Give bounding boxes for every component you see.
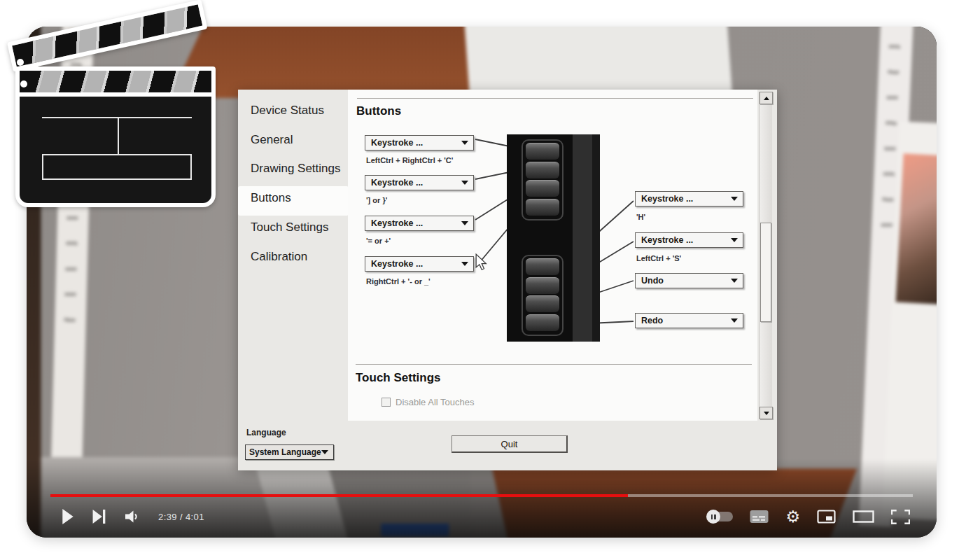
volume-button[interactable] <box>125 510 140 524</box>
hotkey-label-5: 'H' <box>636 213 645 221</box>
fullscreen-icon <box>891 510 910 524</box>
dropdown-value: Keystroke ... <box>636 235 731 245</box>
dropdown-value: Keystroke ... <box>365 138 461 148</box>
hotkey-label-1: LeftCtrl + RightCtrl + 'C' <box>366 156 453 164</box>
gear-icon: ⚙ <box>785 509 800 525</box>
language-label: Language <box>246 428 286 438</box>
tablet-button-3[interactable] <box>526 180 559 197</box>
redo-dropdown[interactable]: Redo <box>635 313 743 328</box>
buttons-section-title: Buttons <box>356 104 401 118</box>
tablet-button-4[interactable] <box>526 199 559 216</box>
quit-button[interactable]: Quit <box>451 435 568 453</box>
sidebar-item-general[interactable]: General <box>251 133 293 147</box>
pause-icon <box>706 510 720 524</box>
triangle-up-icon <box>764 97 769 100</box>
dropdown-value: System Language <box>246 447 321 457</box>
chevron-down-icon <box>731 318 738 323</box>
subtitles-icon <box>750 510 769 524</box>
tablet-button-7[interactable] <box>526 295 559 312</box>
tablet-button-2[interactable] <box>526 162 559 178</box>
sidebar-item-drawing-settings[interactable]: Drawing Settings <box>251 162 341 176</box>
dropdown-value: Redo <box>636 316 731 326</box>
settings-sidebar: Device Status General Drawing Settings B… <box>238 90 349 421</box>
miniplayer-icon <box>817 510 836 524</box>
touch-section-title: Touch Settings <box>356 371 441 385</box>
keystroke-dropdown-6[interactable]: Keystroke ... <box>635 232 743 248</box>
tablet-illustration <box>507 134 600 342</box>
chevron-down-icon <box>731 197 738 201</box>
miniplayer-button[interactable] <box>817 510 836 524</box>
dropdown-value: Keystroke ... <box>365 259 461 269</box>
autoplay-pill <box>708 512 733 522</box>
tablet-button-5[interactable] <box>526 258 559 275</box>
sidebar-item-calibration[interactable]: Calibration <box>251 250 307 264</box>
time-display: 2:39 / 4:01 <box>158 512 204 522</box>
dropdown-value: Keystroke ... <box>365 178 461 188</box>
next-icon <box>92 510 106 524</box>
dropdown-value: Keystroke ... <box>365 218 461 228</box>
keystroke-dropdown-1[interactable]: Keystroke ... <box>365 135 474 150</box>
chevron-down-icon <box>461 262 468 266</box>
hotkey-label-4: RightCtrl + '- or _' <box>366 277 430 286</box>
tablet-button-group-top <box>522 139 564 220</box>
subtitles-button[interactable] <box>750 510 769 524</box>
chevron-down-icon <box>461 221 468 225</box>
progress-played <box>50 494 628 497</box>
keystroke-dropdown-3[interactable]: Keystroke ... <box>365 216 474 231</box>
undo-dropdown[interactable]: Undo <box>635 273 743 288</box>
chevron-down-icon <box>461 181 468 185</box>
dropdown-value: Undo <box>636 276 731 286</box>
keystroke-dropdown-2[interactable]: Keystroke ... <box>365 175 474 190</box>
next-button[interactable] <box>92 510 106 524</box>
keystroke-dropdown-4[interactable]: Keystroke ... <box>365 256 474 272</box>
scrollbar-thumb[interactable] <box>760 223 771 322</box>
language-dropdown[interactable]: System Language <box>245 444 334 460</box>
player-controls: 2:39 / 4:01 ⚙ <box>50 504 913 529</box>
sidebar-item-touch-settings[interactable]: Touch Settings <box>251 220 329 234</box>
chevron-down-icon <box>731 279 738 283</box>
divider <box>357 98 753 99</box>
background-color-picker <box>896 153 937 304</box>
video-player[interactable]: Device Status General Drawing Settings B… <box>27 27 937 538</box>
dialog-scrollbar[interactable] <box>759 92 772 419</box>
scroll-up-button[interactable] <box>760 92 773 104</box>
chevron-down-icon <box>461 141 468 145</box>
hotkey-label-2: '] or }' <box>366 196 387 204</box>
settings-content: Buttons <box>348 90 757 421</box>
theater-mode-button[interactable] <box>853 510 874 523</box>
disable-all-touches-label: Disable All Touches <box>396 397 475 407</box>
tablet-settings-dialog: Device Status General Drawing Settings B… <box>238 90 777 470</box>
volume-icon <box>125 510 140 524</box>
hotkey-label-3: '= or +' <box>366 237 391 245</box>
settings-button[interactable]: ⚙ <box>785 509 800 525</box>
chevron-down-icon <box>321 450 328 454</box>
fullscreen-button[interactable] <box>891 510 910 524</box>
tablet-button-6[interactable] <box>526 277 559 294</box>
video-progress-bar[interactable] <box>50 494 913 497</box>
tablet-button-1[interactable] <box>526 143 559 160</box>
play-icon <box>62 509 74 524</box>
sidebar-item-device-status[interactable]: Device Status <box>251 104 324 118</box>
theater-icon <box>853 510 874 523</box>
autoplay-toggle[interactable] <box>708 512 733 522</box>
page: Device Status General Drawing Settings B… <box>0 0 980 560</box>
chevron-down-icon <box>731 238 738 242</box>
dropdown-value: Keystroke ... <box>636 194 731 204</box>
triangle-down-icon <box>764 412 769 415</box>
disable-all-touches-checkbox[interactable] <box>382 398 391 407</box>
tablet-button-8[interactable] <box>526 314 559 331</box>
sidebar-item-buttons[interactable]: Buttons <box>251 191 291 205</box>
scroll-down-button[interactable] <box>760 407 773 419</box>
hotkey-label-6: LeftCtrl + 'S' <box>636 254 681 262</box>
tablet-button-group-bottom <box>522 255 564 336</box>
keystroke-dropdown-5[interactable]: Keystroke ... <box>635 191 743 206</box>
divider <box>356 364 752 365</box>
play-button[interactable] <box>62 509 74 524</box>
